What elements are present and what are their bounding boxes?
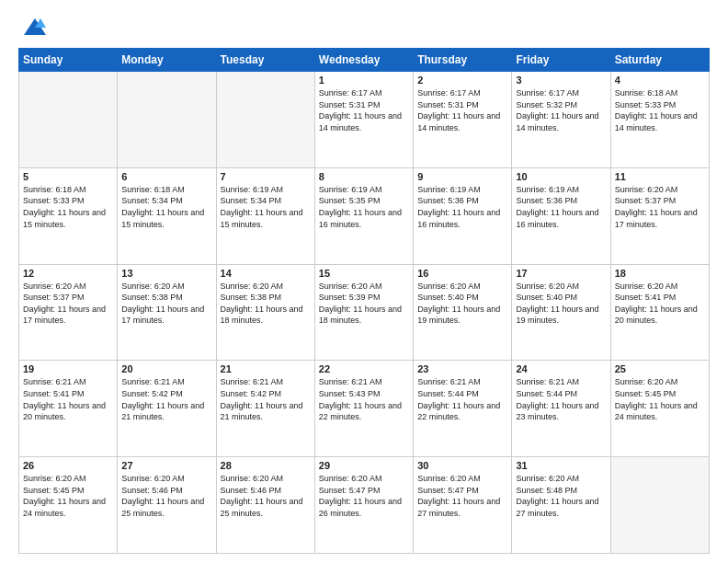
- day-number: 14: [221, 268, 311, 279]
- calendar-cell: [19, 72, 118, 168]
- day-number: 17: [516, 268, 606, 279]
- calendar-cell: 29Sunrise: 6:20 AM Sunset: 5:47 PM Dayli…: [314, 457, 413, 554]
- calendar-cell: 12Sunrise: 6:20 AM Sunset: 5:37 PM Dayli…: [19, 264, 118, 361]
- calendar-cell: 6Sunrise: 6:18 AM Sunset: 5:34 PM Daylig…: [118, 167, 216, 264]
- calendar-cell: [610, 457, 709, 554]
- calendar-cell: 19Sunrise: 6:21 AM Sunset: 5:41 PM Dayli…: [19, 361, 118, 457]
- day-info: Sunrise: 6:20 AM Sunset: 5:41 PM Dayligh…: [615, 281, 705, 327]
- calendar-cell: 2Sunrise: 6:17 AM Sunset: 5:31 PM Daylig…: [414, 72, 512, 168]
- day-number: 3: [516, 75, 606, 86]
- calendar-cell: 7Sunrise: 6:19 AM Sunset: 5:34 PM Daylig…: [216, 167, 314, 264]
- calendar-cell: 11Sunrise: 6:20 AM Sunset: 5:37 PM Dayli…: [610, 167, 709, 264]
- calendar-cell: [216, 72, 314, 168]
- weekday-header-tuesday: Tuesday: [216, 49, 314, 72]
- day-number: 7: [221, 171, 311, 182]
- day-number: 11: [615, 171, 705, 182]
- week-row-2: 12Sunrise: 6:20 AM Sunset: 5:37 PM Dayli…: [19, 264, 710, 361]
- weekday-header-friday: Friday: [512, 49, 610, 72]
- day-number: 13: [121, 268, 211, 279]
- day-number: 21: [221, 363, 311, 374]
- calendar-cell: 8Sunrise: 6:19 AM Sunset: 5:35 PM Daylig…: [314, 167, 413, 264]
- weekday-header-row: SundayMondayTuesdayWednesdayThursdayFrid…: [19, 49, 710, 72]
- day-info: Sunrise: 6:21 AM Sunset: 5:44 PM Dayligh…: [417, 376, 507, 422]
- calendar-cell: 5Sunrise: 6:18 AM Sunset: 5:33 PM Daylig…: [19, 167, 118, 264]
- week-row-3: 19Sunrise: 6:21 AM Sunset: 5:41 PM Dayli…: [19, 361, 710, 457]
- day-info: Sunrise: 6:21 AM Sunset: 5:42 PM Dayligh…: [121, 376, 211, 422]
- day-number: 9: [417, 171, 507, 182]
- day-number: 12: [23, 268, 113, 279]
- day-number: 4: [615, 75, 705, 86]
- day-number: 24: [516, 363, 606, 374]
- day-number: 8: [319, 171, 409, 182]
- day-info: Sunrise: 6:21 AM Sunset: 5:42 PM Dayligh…: [221, 376, 311, 422]
- calendar-cell: 16Sunrise: 6:20 AM Sunset: 5:40 PM Dayli…: [414, 264, 512, 361]
- day-info: Sunrise: 6:20 AM Sunset: 5:40 PM Dayligh…: [516, 281, 606, 327]
- day-number: 23: [417, 363, 507, 374]
- day-info: Sunrise: 6:20 AM Sunset: 5:47 PM Dayligh…: [319, 473, 409, 519]
- day-info: Sunrise: 6:18 AM Sunset: 5:34 PM Dayligh…: [121, 184, 211, 230]
- weekday-header-saturday: Saturday: [610, 49, 709, 72]
- calendar-cell: 23Sunrise: 6:21 AM Sunset: 5:44 PM Dayli…: [414, 361, 512, 457]
- day-number: 16: [417, 268, 507, 279]
- day-info: Sunrise: 6:20 AM Sunset: 5:38 PM Dayligh…: [121, 281, 211, 327]
- weekday-header-wednesday: Wednesday: [314, 49, 413, 72]
- logo-icon: [22, 15, 48, 40]
- calendar-cell: 10Sunrise: 6:19 AM Sunset: 5:36 PM Dayli…: [512, 167, 610, 264]
- day-info: Sunrise: 6:17 AM Sunset: 5:32 PM Dayligh…: [516, 87, 606, 133]
- calendar-cell: 20Sunrise: 6:21 AM Sunset: 5:42 PM Dayli…: [118, 361, 216, 457]
- day-number: 29: [319, 460, 409, 471]
- day-number: 22: [319, 363, 409, 374]
- calendar-cell: 18Sunrise: 6:20 AM Sunset: 5:41 PM Dayli…: [610, 264, 709, 361]
- day-info: Sunrise: 6:21 AM Sunset: 5:43 PM Dayligh…: [319, 376, 409, 422]
- calendar-cell: 22Sunrise: 6:21 AM Sunset: 5:43 PM Dayli…: [314, 361, 413, 457]
- week-row-1: 5Sunrise: 6:18 AM Sunset: 5:33 PM Daylig…: [19, 167, 710, 264]
- calendar-cell: 9Sunrise: 6:19 AM Sunset: 5:36 PM Daylig…: [414, 167, 512, 264]
- day-number: 2: [417, 75, 507, 86]
- day-info: Sunrise: 6:21 AM Sunset: 5:41 PM Dayligh…: [23, 376, 113, 422]
- weekday-header-thursday: Thursday: [414, 49, 512, 72]
- day-info: Sunrise: 6:20 AM Sunset: 5:40 PM Dayligh…: [417, 281, 507, 327]
- week-row-0: 1Sunrise: 6:17 AM Sunset: 5:31 PM Daylig…: [19, 72, 710, 168]
- day-info: Sunrise: 6:19 AM Sunset: 5:36 PM Dayligh…: [516, 184, 606, 230]
- calendar-cell: [118, 72, 216, 168]
- day-number: 19: [23, 363, 113, 374]
- day-info: Sunrise: 6:20 AM Sunset: 5:37 PM Dayligh…: [615, 184, 705, 230]
- day-number: 1: [319, 75, 409, 86]
- calendar: SundayMondayTuesdayWednesdayThursdayFrid…: [18, 48, 710, 554]
- calendar-cell: 30Sunrise: 6:20 AM Sunset: 5:47 PM Dayli…: [414, 457, 512, 554]
- day-info: Sunrise: 6:20 AM Sunset: 5:47 PM Dayligh…: [417, 473, 507, 519]
- day-info: Sunrise: 6:20 AM Sunset: 5:46 PM Dayligh…: [221, 473, 311, 519]
- day-number: 15: [319, 268, 409, 279]
- header: [18, 15, 710, 40]
- day-number: 26: [23, 460, 113, 471]
- calendar-cell: 31Sunrise: 6:20 AM Sunset: 5:48 PM Dayli…: [512, 457, 610, 554]
- day-info: Sunrise: 6:18 AM Sunset: 5:33 PM Dayligh…: [23, 184, 113, 230]
- calendar-cell: 25Sunrise: 6:20 AM Sunset: 5:45 PM Dayli…: [610, 361, 709, 457]
- day-number: 10: [516, 171, 606, 182]
- day-info: Sunrise: 6:20 AM Sunset: 5:48 PM Dayligh…: [516, 473, 606, 519]
- day-number: 6: [121, 171, 211, 182]
- day-number: 25: [615, 363, 705, 374]
- day-info: Sunrise: 6:20 AM Sunset: 5:45 PM Dayligh…: [615, 376, 705, 422]
- day-number: 31: [516, 460, 606, 471]
- calendar-cell: 28Sunrise: 6:20 AM Sunset: 5:46 PM Dayli…: [216, 457, 314, 554]
- day-info: Sunrise: 6:19 AM Sunset: 5:36 PM Dayligh…: [417, 184, 507, 230]
- weekday-header-monday: Monday: [118, 49, 216, 72]
- calendar-cell: 1Sunrise: 6:17 AM Sunset: 5:31 PM Daylig…: [314, 72, 413, 168]
- calendar-cell: 14Sunrise: 6:20 AM Sunset: 5:38 PM Dayli…: [216, 264, 314, 361]
- day-info: Sunrise: 6:19 AM Sunset: 5:35 PM Dayligh…: [319, 184, 409, 230]
- calendar-cell: 3Sunrise: 6:17 AM Sunset: 5:32 PM Daylig…: [512, 72, 610, 168]
- day-info: Sunrise: 6:20 AM Sunset: 5:39 PM Dayligh…: [319, 281, 409, 327]
- day-info: Sunrise: 6:19 AM Sunset: 5:34 PM Dayligh…: [221, 184, 311, 230]
- day-info: Sunrise: 6:17 AM Sunset: 5:31 PM Dayligh…: [319, 87, 409, 133]
- day-number: 20: [121, 363, 211, 374]
- calendar-cell: 17Sunrise: 6:20 AM Sunset: 5:40 PM Dayli…: [512, 264, 610, 361]
- weekday-header-sunday: Sunday: [19, 49, 118, 72]
- day-info: Sunrise: 6:21 AM Sunset: 5:44 PM Dayligh…: [516, 376, 606, 422]
- day-number: 27: [121, 460, 211, 471]
- calendar-cell: 13Sunrise: 6:20 AM Sunset: 5:38 PM Dayli…: [118, 264, 216, 361]
- day-number: 28: [221, 460, 311, 471]
- day-number: 18: [615, 268, 705, 279]
- calendar-cell: 26Sunrise: 6:20 AM Sunset: 5:45 PM Dayli…: [19, 457, 118, 554]
- day-info: Sunrise: 6:17 AM Sunset: 5:31 PM Dayligh…: [417, 87, 507, 133]
